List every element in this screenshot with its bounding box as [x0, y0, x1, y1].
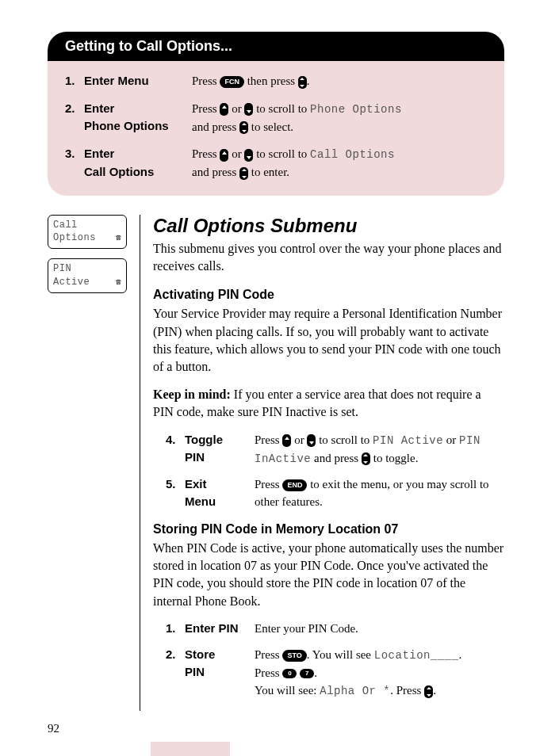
text: Press — [255, 478, 282, 491]
bottom-accent — [151, 742, 230, 756]
step-row: 2. Store PIN Press STO. You will see Loc… — [166, 646, 504, 701]
text: . Press — [390, 684, 424, 697]
step-number: 5. — [166, 475, 185, 511]
text: . — [433, 684, 436, 697]
lcd-sidebar: Call Options ☎ PIN Active ☎ — [48, 215, 127, 712]
step-number: 1. — [166, 620, 185, 638]
main-content: Call Options Submenu This submenu gives … — [140, 215, 504, 712]
keep-in-mind: Keep in mind: If you enter a service are… — [153, 386, 504, 422]
text: to scroll to — [256, 102, 310, 115]
up-key-icon — [282, 434, 291, 447]
text: and press — [314, 452, 362, 464]
text: Press — [255, 433, 282, 446]
down-key-icon — [244, 103, 253, 116]
lcd-text: Phone Options — [310, 103, 402, 116]
getting-to-panel: Getting to Call Options... 1. Enter Menu… — [48, 32, 504, 196]
body-text: When PIN Code is active, your phone auto… — [153, 540, 504, 611]
fcn-key-icon: FCN — [220, 76, 244, 88]
section-title: Call Options Submenu — [153, 215, 504, 237]
updown-key-icon — [239, 121, 248, 134]
subheading: Activating PIN Code — [153, 288, 504, 302]
step-desc: Press STO. You will see Location____. Pr… — [255, 646, 504, 701]
step-row: 1. Enter Menu Press FCN then press . — [65, 72, 487, 90]
text: and press — [192, 120, 239, 133]
step-number: 2. — [166, 646, 185, 701]
step-desc: Press or to scroll to Call Options and p… — [192, 145, 487, 181]
panel-body: 1. Enter Menu Press FCN then press . 2. … — [48, 61, 504, 196]
step-number: 1. — [65, 72, 84, 90]
text: or — [232, 147, 244, 160]
updown-key-icon — [424, 685, 433, 698]
step-desc: Press or to scroll to Phone Options and … — [192, 100, 487, 136]
text: to scroll to — [256, 147, 310, 160]
step-label: Enter PIN — [185, 620, 255, 638]
step-desc: Press END to exit the menu, or you may s… — [255, 475, 504, 511]
step-desc: Enter your PIN Code. — [255, 620, 504, 638]
step-label: Enter Phone Options — [84, 100, 192, 136]
step-label: Store PIN — [185, 646, 255, 701]
lcd-text: Location____ — [374, 649, 459, 662]
phone-icon: ☎ — [116, 232, 121, 244]
page-number: 92 — [48, 722, 59, 735]
seven-key-icon: 7 — [300, 669, 314, 678]
zero-key-icon: 0 — [282, 669, 297, 678]
lcd-text: PIN Active — [373, 434, 443, 447]
lcd-line2: Active — [53, 276, 90, 289]
lcd-text: Alpha Or * — [320, 685, 390, 697]
updown-key-icon — [362, 452, 370, 465]
step-label: Enter Menu — [84, 72, 192, 90]
text: then press — [247, 74, 298, 87]
body-text: Your Service Provider may require a Pers… — [153, 305, 504, 376]
inner-steps: 4. Toggle PIN Press or to scroll to PIN … — [153, 431, 504, 511]
text: and press — [192, 166, 239, 178]
end-key-icon: END — [282, 479, 307, 491]
lcd-text: Call Options — [310, 148, 395, 161]
text: . — [307, 74, 310, 87]
text: or — [294, 433, 307, 446]
text: to enter. — [251, 166, 289, 178]
subheading: Storing PIN Code in Memory Location 07 — [153, 522, 504, 536]
lcd-line1: Call — [53, 219, 121, 232]
text: Press — [192, 74, 220, 87]
step-label: Enter Call Options — [84, 145, 192, 181]
down-key-icon — [307, 434, 316, 447]
text: to select. — [251, 120, 293, 133]
inner-steps: 1. Enter PIN Enter your PIN Code. 2. Sto… — [153, 620, 504, 700]
up-key-icon — [220, 149, 228, 162]
intro-text: This submenu gives you control over the … — [153, 240, 504, 276]
lcd-line1: PIN — [53, 262, 121, 276]
step-desc: Press FCN then press . — [192, 72, 487, 90]
text: Press — [255, 648, 282, 661]
step-row: 2. Enter Phone Options Press or to scrol… — [65, 100, 487, 136]
step-row: 1. Enter PIN Enter your PIN Code. — [166, 620, 504, 638]
step-row: 4. Toggle PIN Press or to scroll to PIN … — [166, 431, 504, 468]
text: or — [232, 102, 244, 115]
step-label: Toggle PIN — [185, 431, 255, 468]
text: . — [459, 648, 462, 661]
up-key-icon — [220, 103, 228, 116]
panel-header: Getting to Call Options... — [48, 32, 504, 61]
updown-key-icon — [298, 76, 307, 89]
manual-page: Getting to Call Options... 1. Enter Menu… — [0, 0, 536, 735]
content-columns: Call Options ☎ PIN Active ☎ Call Options… — [48, 215, 504, 712]
step-row: 3. Enter Call Options Press or to scroll… — [65, 145, 487, 181]
step-number: 3. — [65, 145, 84, 181]
text: . You will see — [307, 648, 374, 661]
phone-icon: ☎ — [116, 277, 121, 288]
lcd-line2: Options — [53, 231, 96, 245]
keep-label: Keep in mind: — [153, 388, 231, 401]
step-desc: Press or to scroll to PIN Active or PIN … — [255, 431, 504, 468]
sto-key-icon: STO — [282, 650, 306, 662]
text: You will see: — [255, 684, 320, 697]
text: . — [314, 666, 317, 679]
text: to toggle. — [373, 452, 419, 464]
text: to scroll to — [319, 433, 373, 446]
step-number: 4. — [166, 431, 185, 468]
text: Press — [192, 147, 220, 160]
text: or — [446, 433, 459, 446]
updown-key-icon — [239, 167, 248, 180]
down-key-icon — [244, 149, 253, 162]
text: Press — [255, 666, 282, 679]
step-number: 2. — [65, 100, 84, 136]
step-row: 5. Exit Menu Press END to exit the menu,… — [166, 475, 504, 511]
